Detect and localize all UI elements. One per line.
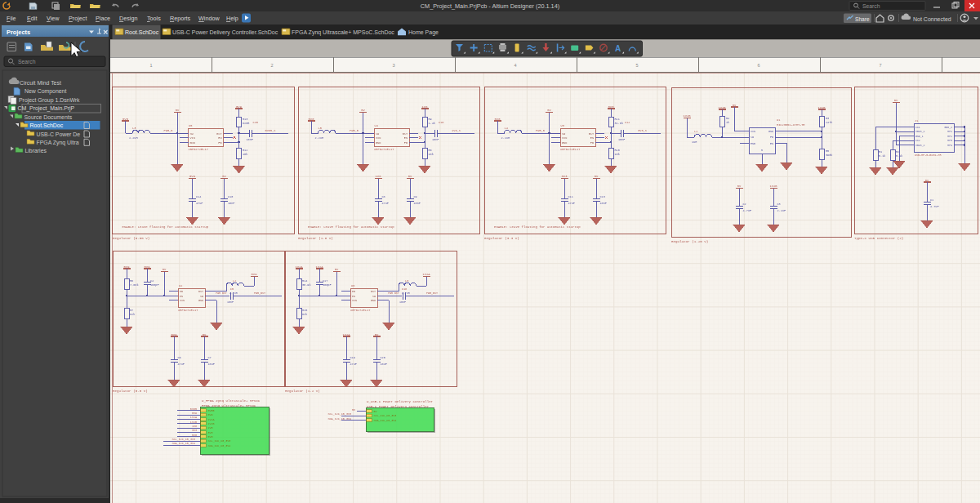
svg-text:Root.SchDoc: Root.SchDoc (125, 29, 159, 35)
svg-text:3V3_S: 3V3_S (638, 129, 647, 132)
svg-text:3V3: 3V3 (608, 105, 615, 109)
svg-text:0V9: 0V9 (236, 105, 243, 109)
svg-text:R7: R7 (130, 309, 133, 312)
svg-text:R8: R8 (429, 149, 432, 152)
svg-text:PWR_5: PWR_5 (164, 129, 173, 132)
svg-text:C17: C17 (323, 279, 327, 283)
svg-text:New Component: New Component (24, 88, 66, 95)
svg-text:10nF: 10nF (432, 138, 439, 141)
svg-text:FPGA Zynq Ultrascale+ MPSoC.Sc: FPGA Zynq Ultrascale+ MPSoC.SchDoc (292, 29, 394, 36)
svg-text:GND_1: GND_1 (915, 135, 924, 138)
svg-text:L4: L4 (505, 127, 508, 130)
svg-text:PWR_BST: PWR_BST (426, 292, 438, 295)
svg-text:ENABLE: Leave floating for aut: ENABLE: Leave floating for automatic sta… (122, 225, 209, 229)
svg-text:0V9: 0V9 (124, 265, 131, 269)
svg-text:4.7uF: 4.7uF (743, 209, 752, 212)
svg-text:1.4k: 1.4k (429, 122, 435, 125)
svg-text:C9: C9 (414, 195, 417, 198)
svg-text:GND: GND (376, 141, 381, 145)
svg-text:1V8_S: 1V8_S (452, 129, 461, 132)
svg-text:C11: C11 (568, 195, 573, 198)
svg-text:31.6k: 31.6k (615, 122, 624, 125)
svg-text:47uF: 47uF (568, 202, 575, 205)
svg-text:10uF: 10uF (208, 363, 215, 366)
svg-text:U5: U5 (189, 124, 192, 127)
svg-text:R1: R1 (879, 150, 882, 154)
svg-text:PWR_5: PWR_5 (536, 129, 545, 132)
svg-text:SCL_I2C_C0_3V3: SCL_I2C_C0_3V3 (172, 438, 196, 441)
svg-text:Search: Search (18, 59, 36, 65)
svg-text:Window: Window (198, 15, 220, 22)
svg-text:5: 5 (635, 63, 638, 68)
svg-text:U6: U6 (351, 284, 354, 287)
svg-text:USB-C Power Delivery Controlle: USB-C Power Delivery Controller (367, 405, 430, 408)
svg-text:2: 2 (270, 63, 273, 68)
svg-text:PWR_BST: PWR_BST (254, 292, 265, 295)
svg-text:5V: 5V (176, 109, 180, 112)
svg-text:C16: C16 (439, 121, 443, 124)
svg-text:FB: FB (770, 136, 773, 139)
svg-text:5V: 5V (335, 268, 339, 271)
svg-text:0V9: 0V9 (145, 265, 151, 269)
svg-text:Regulator (3.3 V): Regulator (3.3 V) (484, 237, 519, 240)
svg-text:10nF: 10nF (399, 300, 406, 304)
svg-text:R13: R13 (243, 118, 247, 121)
svg-text:PWR_BST: PWR_BST (216, 292, 226, 295)
svg-text:CC1: CC1 (915, 126, 920, 129)
svg-text:390k: 390k (826, 154, 832, 157)
svg-text:Circuit Mind Test: Circuit Mind Test (20, 80, 61, 86)
svg-text:VIN: VIN (352, 299, 357, 302)
svg-text:3V3: 3V3 (192, 429, 197, 432)
svg-text:VIN: VIN (180, 299, 185, 302)
svg-text:SDA_I2C_C0_3V4: SDA_I2C_C0_3V4 (374, 419, 397, 422)
svg-text:C14: C14 (196, 195, 201, 198)
svg-text:Regulator (0.85 V): Regulator (0.85 V) (113, 237, 149, 240)
svg-text:3V3: 3V3 (208, 431, 213, 434)
svg-text:100pF: 100pF (150, 283, 159, 287)
svg-text:Reports: Reports (170, 15, 191, 22)
svg-text:ENABLE: Leave floating for aut: ENABLE: Leave floating for automatic sta… (308, 225, 394, 229)
svg-text:C5: C5 (230, 287, 234, 291)
svg-text:GND: GND (190, 141, 195, 145)
svg-text:View: View (47, 15, 60, 22)
svg-text:Edit: Edit (27, 15, 37, 22)
svg-text:2.2uH: 2.2uH (315, 136, 324, 140)
svg-text:1V2A: 1V2A (208, 418, 215, 421)
svg-text:Regulator (1.8 V): Regulator (1.8 V) (298, 237, 333, 240)
svg-text:6: 6 (757, 63, 760, 68)
svg-text:1V2B: 1V2B (683, 114, 691, 118)
svg-text:Regulator (1.2 V): Regulator (1.2 V) (285, 389, 320, 393)
svg-text:BST: BST (403, 132, 408, 136)
svg-text:SW: SW (751, 136, 754, 139)
svg-text:SCL_I2C_C0_3V3: SCL_I2C_C0_3V3 (328, 412, 352, 416)
svg-text:MIC23051-4YMT-TR: MIC23051-4YMT-TR (777, 123, 805, 127)
svg-text:3: 3 (392, 63, 394, 68)
svg-text:1V2A: 1V2A (315, 265, 323, 269)
svg-text:EN: EN (770, 142, 773, 145)
svg-text:BST: BST (198, 290, 203, 293)
svg-text:Source Documents: Source Documents (24, 114, 73, 120)
svg-text:L6: L6 (405, 279, 408, 283)
svg-text:CM_Project_Main.PrjP: CM_Project_Main.PrjP (18, 105, 75, 112)
svg-text:0V85: 0V85 (208, 409, 215, 412)
svg-text:10k: 10k (429, 153, 434, 156)
svg-text:100pF: 100pF (323, 283, 332, 287)
svg-text:EN: EN (218, 136, 221, 140)
svg-text:FB: FB (590, 141, 594, 145)
svg-text:U2: U2 (179, 284, 182, 287)
svg-text:10nF: 10nF (600, 202, 607, 205)
svg-text:1V2B: 1V2B (769, 185, 777, 188)
svg-text:0V85: 0V85 (190, 407, 197, 411)
svg-text:5V: 5V (375, 333, 379, 336)
svg-text:EB: EB (352, 290, 355, 293)
svg-text:3V3: 3V3 (562, 175, 568, 178)
svg-text:R14: R14 (302, 279, 307, 283)
svg-text:10k: 10k (615, 153, 620, 156)
svg-text:FB: FB (404, 141, 408, 145)
svg-text:R5: R5 (826, 149, 829, 153)
svg-text:247k: 247k (826, 121, 832, 124)
svg-text:FPGA Zynq Ultrа: FPGA Zynq Ultrа (37, 140, 79, 146)
svg-text:5: 5 (761, 149, 763, 152)
svg-text:MP2: MP2 (947, 135, 952, 138)
svg-text:5V0: 5V0 (208, 435, 213, 438)
